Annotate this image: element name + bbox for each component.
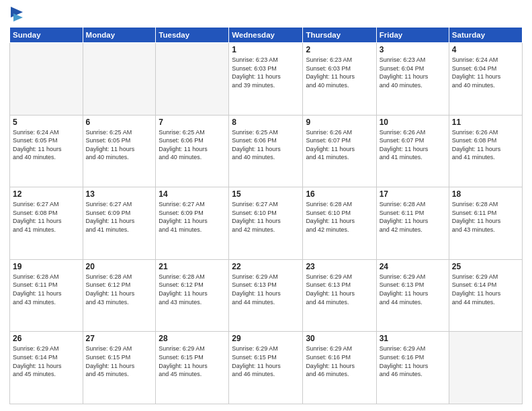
day-number: 4	[452, 45, 519, 54]
week-row-2: 5Sunrise: 6:24 AMSunset: 6:05 PMDaylight…	[10, 115, 523, 187]
col-header-monday: Monday	[83, 28, 156, 43]
calendar-cell	[156, 43, 229, 116]
calendar-cell: 8Sunrise: 6:25 AMSunset: 6:06 PMDaylight…	[229, 115, 303, 187]
calendar-cell: 15Sunrise: 6:27 AMSunset: 6:10 PMDayligh…	[229, 187, 303, 260]
day-info: Sunrise: 6:24 AMSunset: 6:05 PMDaylight:…	[13, 128, 80, 162]
day-info: Sunrise: 6:28 AMSunset: 6:12 PMDaylight:…	[86, 273, 153, 306]
calendar-cell: 1Sunrise: 6:23 AMSunset: 6:03 PMDaylight…	[229, 43, 303, 116]
day-info: Sunrise: 6:28 AMSunset: 6:12 PMDaylight:…	[159, 273, 226, 306]
calendar-cell: 10Sunrise: 6:26 AMSunset: 6:07 PMDayligh…	[376, 115, 449, 187]
svg-marker-1	[13, 13, 23, 21]
calendar-cell: 18Sunrise: 6:28 AMSunset: 6:11 PMDayligh…	[449, 187, 522, 260]
day-number: 2	[306, 45, 373, 54]
day-number: 30	[306, 334, 373, 343]
calendar-cell: 3Sunrise: 6:23 AMSunset: 6:04 PMDaylight…	[376, 43, 449, 116]
day-info: Sunrise: 6:23 AMSunset: 6:04 PMDaylight:…	[380, 56, 446, 89]
day-number: 5	[13, 118, 80, 127]
day-number: 17	[380, 189, 446, 199]
header	[9, 7, 523, 21]
calendar-cell: 23Sunrise: 6:29 AMSunset: 6:13 PMDayligh…	[303, 259, 376, 332]
day-info: Sunrise: 6:27 AMSunset: 6:10 PMDaylight:…	[232, 200, 300, 234]
day-info: Sunrise: 6:28 AMSunset: 6:10 PMDaylight:…	[306, 200, 373, 234]
calendar-cell: 5Sunrise: 6:24 AMSunset: 6:05 PMDaylight…	[10, 115, 83, 187]
day-info: Sunrise: 6:25 AMSunset: 6:06 PMDaylight:…	[232, 128, 300, 162]
calendar-cell: 31Sunrise: 6:29 AMSunset: 6:16 PMDayligh…	[376, 332, 449, 404]
day-info: Sunrise: 6:27 AMSunset: 6:09 PMDaylight:…	[159, 200, 226, 234]
day-number: 12	[13, 189, 80, 199]
calendar-header-row: SundayMondayTuesdayWednesdayThursdayFrid…	[10, 28, 523, 43]
col-header-thursday: Thursday	[303, 28, 376, 43]
day-info: Sunrise: 6:26 AMSunset: 6:08 PMDaylight:…	[452, 128, 519, 162]
week-row-5: 26Sunrise: 6:29 AMSunset: 6:14 PMDayligh…	[10, 332, 523, 404]
day-number: 3	[380, 45, 446, 54]
calendar-cell: 19Sunrise: 6:28 AMSunset: 6:11 PMDayligh…	[10, 259, 83, 332]
calendar-cell: 21Sunrise: 6:28 AMSunset: 6:12 PMDayligh…	[156, 259, 229, 332]
page: SundayMondayTuesdayWednesdayThursdayFrid…	[0, 0, 532, 411]
calendar-cell: 29Sunrise: 6:29 AMSunset: 6:15 PMDayligh…	[229, 332, 303, 404]
day-number: 7	[159, 118, 226, 127]
calendar-cell: 13Sunrise: 6:27 AMSunset: 6:09 PMDayligh…	[83, 187, 156, 260]
day-number: 31	[380, 334, 446, 343]
day-info: Sunrise: 6:29 AMSunset: 6:16 PMDaylight:…	[380, 345, 446, 378]
day-number: 21	[159, 262, 226, 271]
day-info: Sunrise: 6:27 AMSunset: 6:09 PMDaylight:…	[86, 200, 153, 234]
day-number: 19	[13, 262, 80, 271]
day-number: 28	[159, 334, 226, 343]
logo-icon	[11, 7, 23, 21]
col-header-sunday: Sunday	[10, 28, 83, 43]
calendar-cell: 2Sunrise: 6:23 AMSunset: 6:03 PMDaylight…	[303, 43, 376, 116]
col-header-saturday: Saturday	[449, 28, 522, 43]
week-row-1: 1Sunrise: 6:23 AMSunset: 6:03 PMDaylight…	[10, 43, 523, 116]
calendar-cell: 20Sunrise: 6:28 AMSunset: 6:12 PMDayligh…	[83, 259, 156, 332]
day-info: Sunrise: 6:25 AMSunset: 6:06 PMDaylight:…	[159, 128, 226, 162]
day-info: Sunrise: 6:24 AMSunset: 6:04 PMDaylight:…	[452, 56, 519, 89]
calendar-cell: 16Sunrise: 6:28 AMSunset: 6:10 PMDayligh…	[303, 187, 376, 260]
day-number: 8	[232, 118, 300, 127]
week-row-3: 12Sunrise: 6:27 AMSunset: 6:08 PMDayligh…	[10, 187, 523, 260]
calendar-cell	[449, 332, 522, 404]
day-info: Sunrise: 6:28 AMSunset: 6:11 PMDaylight:…	[13, 273, 80, 306]
calendar-cell: 11Sunrise: 6:26 AMSunset: 6:08 PMDayligh…	[449, 115, 522, 187]
col-header-friday: Friday	[376, 28, 449, 43]
day-info: Sunrise: 6:29 AMSunset: 6:13 PMDaylight:…	[380, 273, 446, 306]
day-number: 10	[380, 118, 446, 127]
day-number: 27	[86, 334, 153, 343]
day-info: Sunrise: 6:29 AMSunset: 6:16 PMDaylight:…	[306, 345, 373, 378]
day-number: 9	[306, 118, 373, 127]
calendar-cell: 7Sunrise: 6:25 AMSunset: 6:06 PMDaylight…	[156, 115, 229, 187]
day-number: 14	[159, 189, 226, 199]
day-number: 29	[232, 334, 300, 343]
day-number: 6	[86, 118, 153, 127]
day-number: 16	[306, 189, 373, 199]
calendar-cell: 24Sunrise: 6:29 AMSunset: 6:13 PMDayligh…	[376, 259, 449, 332]
day-number: 23	[306, 262, 373, 271]
day-info: Sunrise: 6:25 AMSunset: 6:05 PMDaylight:…	[86, 128, 153, 162]
calendar-cell: 30Sunrise: 6:29 AMSunset: 6:16 PMDayligh…	[303, 332, 376, 404]
calendar-cell: 4Sunrise: 6:24 AMSunset: 6:04 PMDaylight…	[449, 43, 522, 116]
col-header-tuesday: Tuesday	[156, 28, 229, 43]
logo	[9, 7, 23, 21]
calendar-cell: 6Sunrise: 6:25 AMSunset: 6:05 PMDaylight…	[83, 115, 156, 187]
day-info: Sunrise: 6:26 AMSunset: 6:07 PMDaylight:…	[306, 128, 373, 162]
day-info: Sunrise: 6:29 AMSunset: 6:14 PMDaylight:…	[452, 273, 519, 306]
day-info: Sunrise: 6:28 AMSunset: 6:11 PMDaylight:…	[380, 200, 446, 234]
day-number: 1	[232, 45, 300, 54]
calendar-cell: 22Sunrise: 6:29 AMSunset: 6:13 PMDayligh…	[229, 259, 303, 332]
day-number: 20	[86, 262, 153, 271]
calendar-cell: 28Sunrise: 6:29 AMSunset: 6:15 PMDayligh…	[156, 332, 229, 404]
calendar-cell: 14Sunrise: 6:27 AMSunset: 6:09 PMDayligh…	[156, 187, 229, 260]
day-number: 11	[452, 118, 519, 127]
calendar-cell	[83, 43, 156, 116]
calendar-cell: 27Sunrise: 6:29 AMSunset: 6:15 PMDayligh…	[83, 332, 156, 404]
day-number: 26	[13, 334, 80, 343]
day-info: Sunrise: 6:29 AMSunset: 6:15 PMDaylight:…	[86, 345, 153, 378]
col-header-wednesday: Wednesday	[229, 28, 303, 43]
week-row-4: 19Sunrise: 6:28 AMSunset: 6:11 PMDayligh…	[10, 259, 523, 332]
day-info: Sunrise: 6:26 AMSunset: 6:07 PMDaylight:…	[380, 128, 446, 162]
day-number: 22	[232, 262, 300, 271]
day-info: Sunrise: 6:29 AMSunset: 6:15 PMDaylight:…	[159, 345, 226, 378]
day-info: Sunrise: 6:28 AMSunset: 6:11 PMDaylight:…	[452, 200, 519, 234]
calendar-cell: 9Sunrise: 6:26 AMSunset: 6:07 PMDaylight…	[303, 115, 376, 187]
day-info: Sunrise: 6:29 AMSunset: 6:13 PMDaylight:…	[306, 273, 373, 306]
calendar: SundayMondayTuesdayWednesdayThursdayFrid…	[9, 27, 523, 404]
